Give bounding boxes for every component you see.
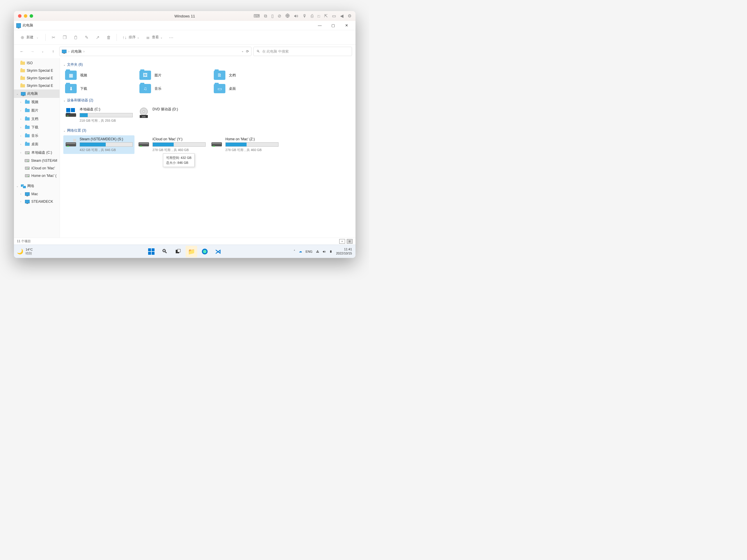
network-drive-home[interactable]: Home on 'Mac' (Z:) 278 GB 可用，共 460 GB [209,135,280,154]
language-indicator[interactable]: ENG [306,250,312,253]
keyboard-icon[interactable]: ⌨ [254,14,260,19]
explorer-button[interactable]: 📁 [186,246,197,257]
edge-button[interactable] [199,246,211,257]
export-icon[interactable]: ⇱ [324,14,328,19]
start-button[interactable] [146,246,157,257]
tiles-view-button[interactable]: ⊞ [347,239,353,244]
folder-downloads[interactable]: ⬇下载 [63,83,136,94]
drive-c[interactable]: 本地磁盘 (C:) 218 GB 可用，共 255 GB [63,105,134,125]
back-icon[interactable]: ◀ [340,14,343,19]
mac-window: Windows 11 ⌨ ⧉ ▯ ⊘ 🌐︎ 🔊︎ 🎙︎ ⎙ ⏍ ⇱ ▭ ◀ ⚙ … [14,11,356,258]
gear-icon[interactable]: ⚙ [347,14,352,19]
view-button[interactable]: ≣ 查看 ⌄ [143,33,165,42]
svg-text:DVD: DVD [142,116,146,118]
camera-icon[interactable]: ⏍ [317,14,320,19]
network-tray-icon[interactable]: 🖧 [316,250,319,253]
sidebar-item-thispc[interactable]: ⌄此电脑 [14,90,59,98]
folder-pictures[interactable]: 🖼︎图片 [138,70,210,81]
sidebar-item-skyrim[interactable]: Skyrim Special E [14,82,59,90]
drive-label: iCloud on 'Mac' (Y:) [153,137,206,141]
sidebar-item-music[interactable]: ›音乐 [14,132,59,140]
sidebar-item-mac[interactable]: ›Mac [14,190,59,198]
minimize-button[interactable]: — [313,21,327,30]
window-icon[interactable]: ▭ [332,14,336,19]
sidebar-label: STEAMDECK [31,200,53,204]
section-drives-header[interactable]: ⌄ 设备和驱动器 (2) [63,98,352,103]
phone-icon[interactable]: ▯ [271,14,274,19]
vm-title: Windows 11 [175,14,195,18]
sidebar-item-desktop[interactable]: ›桌面 [14,140,59,148]
folder-icon [20,77,25,80]
sidebar-item-home[interactable]: Home on 'Mac' ( [14,172,59,179]
network-drive-steam[interactable]: Steam (\\STEAMDECK) (S:) 432 GB 可用，共 846… [63,135,134,154]
usage-bar [225,142,279,147]
onedrive-icon[interactable]: ☁ [299,250,302,253]
taskbar-weather[interactable]: 🌙 14°C 晴朗 [14,248,33,255]
up-button[interactable]: ↑ [49,47,57,56]
maximize-icon[interactable] [30,14,33,18]
task-view-button[interactable] [172,246,184,257]
folder-documents[interactable]: 🗎文档 [212,70,285,81]
drive-label: Steam (\\STEAMDECK) (S:) [80,137,133,141]
drive-dvd[interactable]: DVD DVD 驱动器 (D:) [136,105,207,125]
printer-icon[interactable]: ⎙ [311,14,313,19]
sidebar-item-videos[interactable]: ›视频 [14,98,59,106]
sidebar-item-network[interactable]: ⌄网络 [14,182,59,190]
sidebar-item-iso[interactable]: ISO [14,59,59,67]
delete-button[interactable]: 🗑︎ [104,33,113,42]
sidebar-item-skyrim[interactable]: Skyrim Special E [14,74,59,82]
sidebar-item-downloads[interactable]: ›下载 [14,123,59,132]
sidebar-item-icloud[interactable]: iCloud on 'Mac' [14,164,59,172]
close-icon[interactable] [18,14,22,18]
sidebar-item-steamdeck[interactable]: ›STEAMDECK [14,198,59,205]
globe-icon[interactable]: 🌐︎ [285,14,290,19]
share-icon: ↗ [95,35,100,40]
section-folders-header[interactable]: ⌄ 文件夹 (6) [63,62,352,67]
rename-button[interactable]: ✎ [82,33,92,42]
breadcrumb-segment[interactable]: 此电脑 [71,49,82,54]
back-button[interactable]: ← [18,47,26,56]
no-entry-icon[interactable]: ⊘ [278,14,281,19]
search-button[interactable]: 🔍︎ [159,246,171,257]
recent-button[interactable]: ⌄ [38,47,47,56]
folder-music[interactable]: ♫音乐 [138,83,210,94]
volume-icon[interactable]: 🔊︎ [294,14,298,19]
dock-icon[interactable]: ⧉ [264,14,267,19]
sidebar-item-steam[interactable]: Steam (\\STEAM [14,157,59,164]
sidebar-item-documents[interactable]: ›文档 [14,115,59,123]
sort-button[interactable]: ↑↓ 排序 ⌄ [120,33,142,42]
sidebar-item-drive-c[interactable]: ›本地磁盘 (C:) [14,148,59,157]
share-button[interactable]: ↗ [93,33,103,42]
mic-icon[interactable]: 🎙︎ [302,14,307,19]
clock[interactable]: 11:41 2022/10/15 [336,248,352,255]
details-view-button[interactable]: ≡ [339,239,345,244]
more-button[interactable]: ⋯ [166,33,176,42]
refresh-icon[interactable]: ⟳ [246,49,249,53]
search-input[interactable]: 🔍︎ 在 此电脑 中搜索 [253,47,352,56]
copy-button[interactable]: ❐ [59,33,70,42]
sidebar-item-pictures[interactable]: ›图片 [14,106,59,115]
vscode-button[interactable]: ⋊ [212,246,224,257]
paste-button[interactable]: 📋︎ [71,33,80,42]
section-network-header[interactable]: ⌄ 网络位置 (3) [63,128,352,133]
maximize-button[interactable]: ▢ [327,21,340,30]
folder-desktop[interactable]: ▭桌面 [212,83,285,94]
sidebar-item-skyrim[interactable]: Skyrim Special E [14,67,59,74]
volume-tray-icon[interactable]: 🔊︎ [323,250,326,253]
forward-button[interactable]: → [28,47,36,56]
drive-label: Home on 'Mac' (Z:) [225,137,279,141]
content-pane[interactable]: ⌄ 文件夹 (6) ▦视频 🖼︎图片 🗎文档 ⬇下载 ♫音乐 ▭桌面 ⌄ 设备和… [60,58,356,237]
cut-button[interactable]: ✂ [49,33,58,42]
address-bar[interactable]: › 此电脑 › ⌄ ⟳ [59,47,252,56]
network-drive-icloud[interactable]: iCloud on 'Mac' (Y:) 278 GB 可用，共 460 GB [136,135,207,154]
svg-rect-1 [67,116,69,116]
battery-tray-icon[interactable]: 🔋︎ [329,250,333,253]
dropdown-icon[interactable]: ⌄ [241,49,244,53]
navigation-pane[interactable]: ISO Skyrim Special E Skyrim Special E Sk… [14,58,60,237]
drive-label: DVD 驱动器 (D:) [153,107,206,112]
close-button[interactable]: ✕ [340,21,353,30]
folder-videos[interactable]: ▦视频 [63,70,136,81]
minimize-icon[interactable] [24,14,27,18]
new-button[interactable]: ⊕ 新建 ⌄ [18,33,43,42]
tray-chevron-icon[interactable]: ˄ [293,250,295,253]
